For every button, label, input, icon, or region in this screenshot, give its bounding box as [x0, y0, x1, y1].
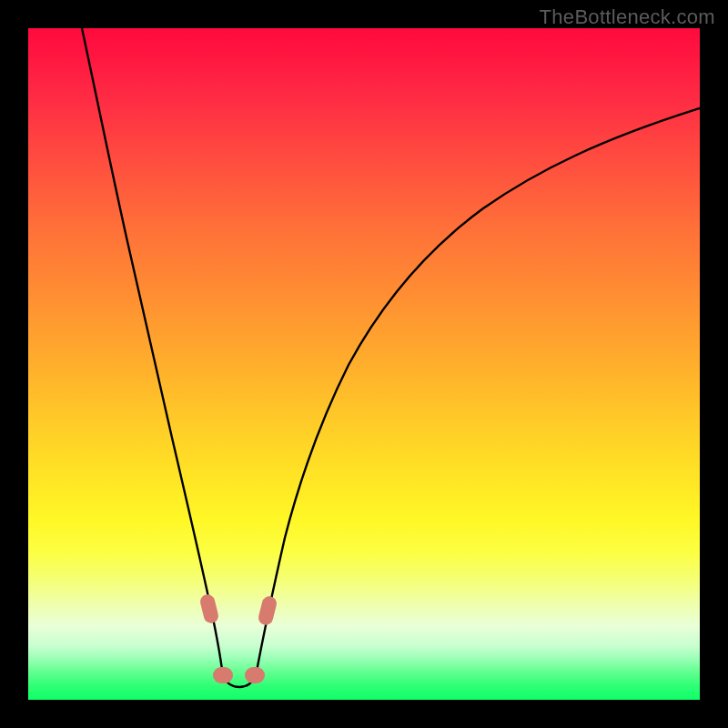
blob-left-lower — [213, 667, 233, 683]
plot-area — [28, 28, 700, 700]
bottleneck-curve — [28, 28, 700, 700]
curve-right-branch — [256, 108, 700, 676]
blob-right-upper — [257, 595, 278, 627]
chart-frame: TheBottleneck.com — [0, 0, 728, 728]
curve-left-branch — [82, 28, 223, 676]
watermark-text: TheBottleneck.com — [540, 5, 715, 29]
blob-right-lower — [245, 667, 265, 683]
highlight-blobs — [198, 593, 278, 683]
blob-left-upper — [198, 593, 219, 625]
